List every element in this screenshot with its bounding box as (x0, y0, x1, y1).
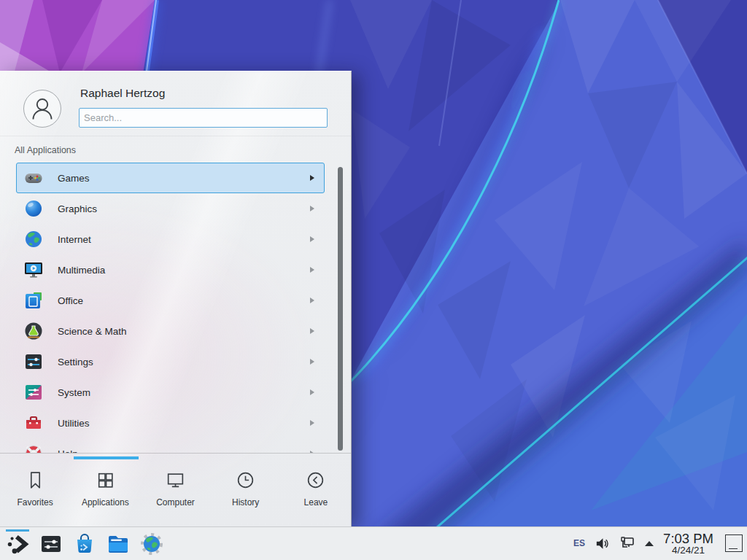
apps-grid-icon (95, 470, 116, 491)
lifebuoy-icon (23, 443, 44, 453)
discover-icon (73, 532, 96, 556)
category-list: Games Graphics Internet (16, 163, 325, 453)
submenu-arrow-icon (310, 267, 314, 273)
tab-label: Applications (82, 497, 129, 508)
file-manager-button[interactable] (107, 532, 130, 556)
tab-label: Computer (156, 497, 195, 508)
tab-label: History (232, 497, 259, 508)
tab-history[interactable]: History (211, 459, 281, 527)
category-utilities[interactable]: Utilities (16, 408, 325, 438)
web-browser-button[interactable] (140, 532, 163, 556)
category-help[interactable]: Help (16, 438, 325, 453)
submenu-arrow-icon (310, 298, 314, 303)
active-task-indicator (6, 529, 29, 532)
history-clock-icon (235, 470, 256, 491)
globe-icon (23, 229, 44, 249)
submenu-arrow-icon (310, 175, 314, 181)
computer-icon (165, 470, 186, 491)
category-label: System (58, 387, 90, 398)
section-label: All Applications (15, 145, 76, 155)
category-label: Utilities (58, 418, 90, 429)
app-launcher-button[interactable] (6, 532, 29, 556)
system-sliders-icon (23, 382, 44, 402)
category-games[interactable]: Games (16, 163, 325, 193)
clock-time: 7:03 PM (663, 532, 713, 545)
tab-favorites[interactable]: Favorites (0, 459, 70, 527)
digital-clock[interactable]: 7:03 PM 4/24/21 (663, 532, 713, 556)
blue-sphere-icon (23, 198, 44, 219)
submenu-arrow-icon (310, 359, 314, 365)
user-name: Raphael Hertzog (80, 87, 165, 100)
kde-launcher-icon (6, 532, 29, 556)
category-multimedia[interactable]: Multimedia (16, 254, 325, 285)
desktop-screen: Raphael Hertzog All Applications Games G… (0, 0, 747, 560)
gamepad-icon (23, 168, 44, 188)
list-scrollbar[interactable] (338, 167, 343, 451)
system-settings-button[interactable] (39, 532, 63, 556)
globe-gear-icon (140, 532, 163, 556)
tab-leave[interactable]: Leave (281, 459, 351, 527)
kickoff-tabbar: Favorites Applications Computer (0, 459, 351, 527)
category-internet[interactable]: Internet (16, 224, 325, 254)
documents-icon (23, 290, 44, 311)
header-separator (0, 136, 351, 136)
category-label: Graphics (58, 203, 97, 214)
search-input[interactable] (79, 108, 328, 128)
show-desktop-glyph (729, 548, 738, 550)
category-science-math[interactable]: Science & Math (16, 316, 325, 346)
category-label: Science & Math (58, 326, 127, 337)
category-system[interactable]: System (16, 377, 325, 408)
taskbar: ES 7:03 PM 4/24/21 (0, 526, 747, 560)
tab-label: Favorites (17, 497, 53, 508)
clock-date: 4/24/21 (663, 545, 713, 556)
taskbar-left (0, 532, 163, 556)
expand-tray-icon[interactable] (645, 541, 654, 546)
category-office[interactable]: Office (16, 285, 325, 316)
volume-icon[interactable] (595, 536, 610, 551)
system-settings-icon (39, 532, 63, 556)
user-icon (24, 90, 61, 127)
keyboard-layout-indicator[interactable]: ES (573, 538, 585, 548)
science-flask-icon (23, 321, 44, 341)
category-label: Multimedia (58, 265, 105, 276)
tabbar-separator (0, 453, 351, 454)
system-tray: ES 7:03 PM 4/24/21 (573, 532, 747, 556)
tab-applications[interactable]: Applications (70, 459, 140, 527)
kickoff-menu: Raphael Hertzog All Applications Games G… (0, 71, 352, 527)
bookmark-icon (25, 470, 46, 491)
category-label: Internet (58, 234, 91, 245)
wired-network-icon[interactable] (619, 535, 635, 551)
submenu-arrow-icon (310, 206, 314, 211)
leave-icon (305, 470, 326, 491)
category-label: Office (58, 295, 83, 306)
settings-sliders-icon (23, 351, 44, 372)
submenu-arrow-icon (310, 328, 314, 334)
submenu-arrow-icon (310, 236, 314, 242)
tab-label: Leave (304, 497, 328, 508)
category-graphics[interactable]: Graphics (16, 193, 325, 224)
user-avatar[interactable] (23, 90, 61, 128)
show-desktop-button[interactable] (725, 534, 743, 552)
toolbox-icon (23, 413, 44, 433)
category-label: Games (58, 173, 90, 184)
media-monitor-icon (23, 260, 44, 280)
submenu-arrow-icon (310, 389, 314, 395)
submenu-arrow-icon (310, 420, 314, 426)
discover-button[interactable] (73, 532, 96, 556)
folder-icon (107, 532, 130, 556)
category-settings[interactable]: Settings (16, 346, 325, 377)
category-label: Settings (58, 357, 93, 368)
tab-computer[interactable]: Computer (140, 459, 210, 527)
